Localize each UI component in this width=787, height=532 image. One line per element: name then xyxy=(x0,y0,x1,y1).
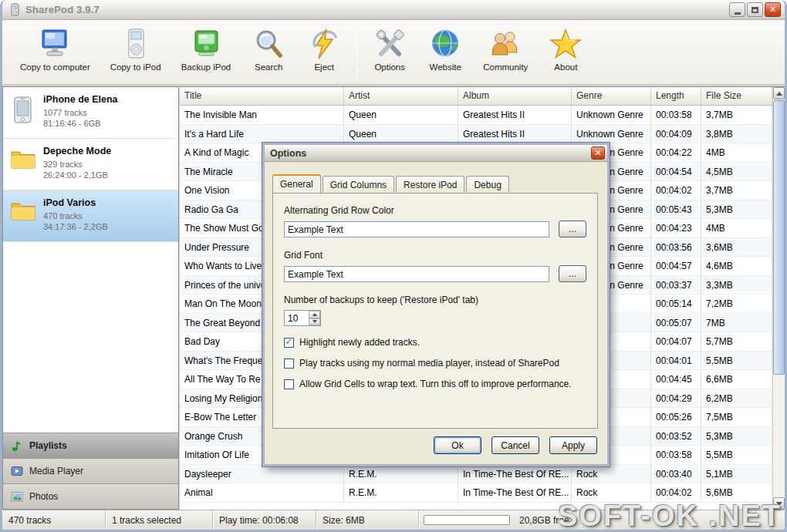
cancel-button[interactable]: Cancel xyxy=(491,436,539,454)
community-button[interactable]: Community xyxy=(473,25,538,82)
scrollbar-thumb[interactable] xyxy=(773,100,785,375)
sidebar-item-media-player[interactable]: Media Player xyxy=(3,458,178,483)
close-button[interactable]: ✕ xyxy=(765,2,781,17)
apply-button[interactable]: Apply xyxy=(549,436,597,454)
cell-file-size: 4MB xyxy=(701,219,772,238)
cell-file-size: 5,6MB xyxy=(701,483,772,503)
tab-debug[interactable]: Debug xyxy=(466,176,508,192)
cell-length: 00:05:07 xyxy=(651,314,701,333)
grid-row-color-input[interactable]: Example Text xyxy=(284,221,549,237)
column-header-file-size[interactable]: File Size xyxy=(701,87,772,105)
cell-file-size: 7MB xyxy=(701,314,772,333)
device-iphone-de-elena[interactable]: iPhone de Elena 1077 tracks 81:16:46 - 6… xyxy=(3,87,178,139)
cell-genre: Rock xyxy=(572,465,651,484)
cell-file-size: 5,7MB xyxy=(701,332,772,352)
cell-length: 00:05:14 xyxy=(651,295,701,314)
website-button[interactable]: Website xyxy=(417,25,473,82)
grid-row-color-browse-button[interactable]: ... xyxy=(559,221,586,237)
spinner-down-button[interactable] xyxy=(309,318,320,326)
status-selected-count: 1 tracks selected xyxy=(106,510,213,530)
toolbar-label: Website xyxy=(430,62,461,72)
device-name: Depeche Mode xyxy=(43,146,111,157)
globe-icon xyxy=(427,28,463,60)
arrow-down-icon xyxy=(312,320,317,323)
scroll-up-button[interactable] xyxy=(773,87,785,99)
wrap-grid-cells-checkbox[interactable] xyxy=(284,379,294,389)
options-button[interactable]: Options xyxy=(362,25,417,82)
vertical-scrollbar[interactable] xyxy=(772,87,785,510)
dialog-title: Options xyxy=(270,148,591,159)
column-header-genre[interactable]: Genre xyxy=(572,87,651,105)
backups-count-spinner[interactable]: 10 xyxy=(284,310,321,326)
computer-icon xyxy=(37,28,73,60)
checkbox-label: Highlight newly added tracks. xyxy=(299,337,420,348)
about-button[interactable]: About xyxy=(538,25,593,82)
cell-genre: Unknown Genre xyxy=(572,125,651,144)
statusbar: 470 tracks 1 tracks selected Play time: … xyxy=(2,510,785,530)
toolbar-label: Copy to computer xyxy=(20,62,90,72)
tab-grid-columns[interactable]: Grid Columns xyxy=(323,176,394,192)
device-depeche-mode[interactable]: Depeche Mode 329 tracks 26:24:00 - 2,1GB xyxy=(3,139,178,190)
spinner-up-button[interactable] xyxy=(309,311,320,318)
cell-file-size: 3,7MB xyxy=(701,106,772,125)
table-row[interactable]: Animal R.E.M. In Time-The Best Of RE... … xyxy=(180,483,772,503)
dialog-close-button[interactable]: ✕ xyxy=(591,146,605,160)
copy-to-ipod-button[interactable]: Copy to iPod xyxy=(100,25,171,82)
minimize-button[interactable] xyxy=(729,2,745,17)
column-header-title[interactable]: Title xyxy=(180,87,344,105)
column-header-artist[interactable]: Artist xyxy=(344,87,458,105)
use-normal-media-player-checkbox[interactable] xyxy=(284,359,294,369)
cell-file-size: 7,2MB xyxy=(701,295,772,314)
arrow-down-icon xyxy=(776,502,782,506)
device-size: 34:17:36 - 2,2GB xyxy=(43,221,108,232)
grid-font-input[interactable]: Example Text xyxy=(284,266,549,282)
table-row[interactable]: Daysleeper R.E.M. In Time-The Best Of RE… xyxy=(180,465,772,484)
table-row[interactable]: It's a Hard Life Queen Greatest Hits II … xyxy=(180,125,772,144)
maximize-button[interactable] xyxy=(747,2,763,17)
device-size: 26:24:00 - 2,1GB xyxy=(43,170,111,180)
options-dialog-titlebar[interactable]: Options ✕ xyxy=(265,145,607,162)
eject-button[interactable]: Eject xyxy=(296,25,352,82)
device-tracks: 1077 tracks xyxy=(43,107,118,118)
sidebar: iPhone de Elena 1077 tracks 81:16:46 - 6… xyxy=(2,86,179,510)
device-tracks: 470 tracks xyxy=(43,210,108,221)
cell-title: The Invisible Man xyxy=(180,106,344,125)
tab-general[interactable]: General xyxy=(272,174,321,193)
scroll-down-button[interactable] xyxy=(773,497,785,510)
folder-icon xyxy=(9,146,37,184)
backups-count-label: Number of backups to keep ('Restore iPod… xyxy=(284,295,586,305)
cell-length: 00:03:40 xyxy=(651,465,701,484)
cell-length: 00:04:01 xyxy=(651,352,701,371)
device-ipod-varios[interactable]: iPod Varios 470 tracks 34:17:36 - 2,2GB xyxy=(3,190,178,242)
grid-font-browse-button[interactable]: ... xyxy=(559,265,586,282)
tab-restore-ipod[interactable]: Restore iPod xyxy=(396,176,464,192)
cell-length: 00:03:52 xyxy=(651,427,701,446)
toolbar-label: Options xyxy=(374,62,405,72)
checkbox-label: Play tracks using my normal media player… xyxy=(299,358,559,369)
ok-button[interactable]: Ok xyxy=(434,436,481,454)
cell-file-size: 7,5MB xyxy=(701,408,772,427)
search-button[interactable]: Search xyxy=(241,25,296,82)
status-size: Size: 6MB xyxy=(316,510,419,530)
ipod-icon xyxy=(118,28,154,60)
sidebar-item-photos[interactable]: Photos xyxy=(3,483,178,509)
table-row[interactable]: The Invisible Man Queen Greatest Hits II… xyxy=(180,106,772,125)
sidebar-item-playlists[interactable]: Playlists xyxy=(3,433,178,458)
titlebar[interactable]: SharePod 3.9.7 ✕ xyxy=(2,0,785,20)
cell-title: Animal xyxy=(180,483,344,503)
backup-ipod-button[interactable]: Backup iPod xyxy=(171,25,242,82)
highlight-new-tracks-checkbox[interactable] xyxy=(284,338,294,348)
device-name: iPod Varios xyxy=(43,197,108,208)
cell-file-size: 5,5MB xyxy=(701,352,772,371)
copy-to-computer-button[interactable]: Copy to computer xyxy=(10,25,100,82)
sidebar-item-label: Playlists xyxy=(29,440,67,451)
column-header-length[interactable]: Length xyxy=(651,87,701,105)
minimize-icon xyxy=(735,12,741,15)
backup-ipod-icon xyxy=(188,28,224,60)
toolbar-separator xyxy=(356,28,357,79)
column-header-album[interactable]: Album xyxy=(458,87,572,105)
cell-genre: Unknown Genre xyxy=(572,106,651,125)
general-tab-page: Alternating Grid Row Color Example Text … xyxy=(272,193,598,429)
music-note-icon xyxy=(11,439,23,452)
cell-length: 00:03:58 xyxy=(651,106,701,125)
